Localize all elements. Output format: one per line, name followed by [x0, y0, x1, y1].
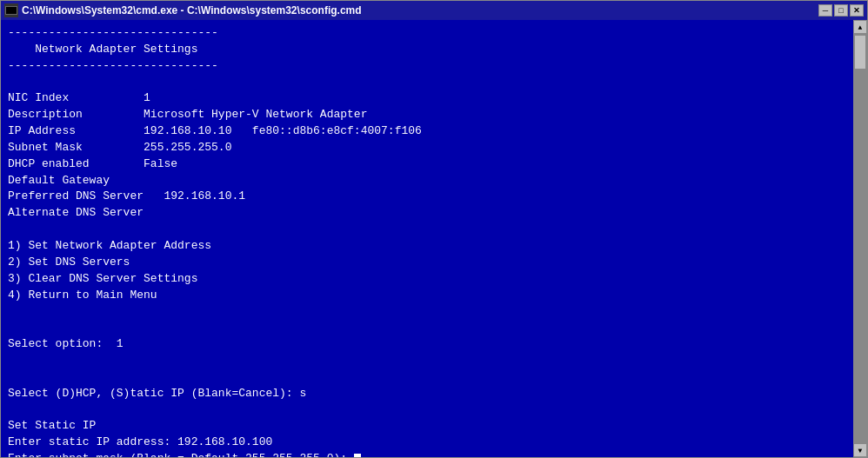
- scrollbar[interactable]: ▲ ▼: [853, 20, 867, 457]
- console-output: ------------------------------- Network …: [8, 25, 860, 457]
- console-area[interactable]: ------------------------------- Network …: [1, 20, 867, 457]
- window-controls: ─ □ ✕: [818, 4, 864, 17]
- cmd-window: C:\Windows\System32\cmd.exe - C:\Windows…: [0, 0, 868, 458]
- cursor: [354, 454, 361, 457]
- scroll-track: [853, 34, 867, 443]
- minimize-button[interactable]: ─: [818, 4, 832, 17]
- title-bar-left: C:\Windows\System32\cmd.exe - C:\Windows…: [4, 3, 362, 17]
- scroll-thumb[interactable]: [854, 35, 866, 70]
- close-button[interactable]: ✕: [850, 4, 864, 17]
- window-title: C:\Windows\System32\cmd.exe - C:\Windows…: [22, 4, 362, 17]
- cmd-icon: [4, 3, 18, 17]
- scroll-down-button[interactable]: ▼: [853, 443, 867, 457]
- title-bar: C:\Windows\System32\cmd.exe - C:\Windows…: [1, 1, 867, 20]
- scroll-up-button[interactable]: ▲: [853, 20, 867, 34]
- maximize-button[interactable]: □: [834, 4, 848, 17]
